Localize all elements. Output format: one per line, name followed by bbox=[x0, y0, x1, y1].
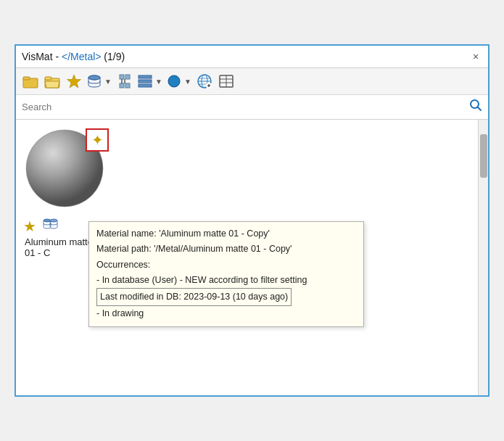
search-bar bbox=[16, 95, 488, 120]
tooltip-material-name-line: Material name: 'Aluminum matte 01 - Copy… bbox=[96, 226, 356, 242]
navigate-icon bbox=[117, 73, 133, 89]
svg-point-33 bbox=[44, 219, 51, 222]
render-main-button[interactable] bbox=[165, 71, 183, 91]
svg-point-34 bbox=[50, 219, 57, 222]
svg-rect-15 bbox=[139, 80, 152, 83]
svg-rect-14 bbox=[139, 75, 152, 78]
svg-rect-3 bbox=[45, 77, 51, 80]
svg-rect-11 bbox=[125, 83, 130, 88]
render-dropdown-arrow[interactable]: ▼ bbox=[183, 71, 193, 91]
window-title: VisMat - </Metal> (1/9) bbox=[22, 51, 125, 62]
material-db-icon bbox=[42, 217, 58, 235]
tooltip-last-modified-value: 2023-09-13 (10 days ago) bbox=[183, 292, 288, 302]
tooltip-material-path-value: '/Metal/Aluminum matte 01 - Copy' bbox=[154, 244, 292, 254]
tooltip-occurrences-label: Occurrences: bbox=[96, 257, 356, 273]
render-dropdown: ▼ bbox=[165, 71, 193, 91]
list-icon bbox=[138, 74, 152, 88]
svg-rect-16 bbox=[139, 84, 152, 87]
tooltip-last-modified-line: Last modified in DB: 2023-09-13 (10 days… bbox=[96, 288, 356, 306]
list-view-icon bbox=[218, 73, 234, 89]
favorite-star-icon: ★ bbox=[23, 218, 36, 235]
svg-line-31 bbox=[478, 107, 482, 111]
list-main-button[interactable] bbox=[136, 71, 154, 91]
folder-open-icon bbox=[44, 74, 60, 88]
favorites-button[interactable] bbox=[64, 71, 84, 91]
item-icons: ★ bbox=[23, 217, 58, 235]
folder-icon bbox=[22, 74, 38, 88]
title-bar: VisMat - </Metal> (1/9) × bbox=[16, 46, 488, 68]
tooltip-last-modified-box: Last modified in DB: 2023-09-13 (10 days… bbox=[96, 288, 292, 306]
svg-rect-10 bbox=[120, 83, 124, 88]
svg-rect-8 bbox=[120, 75, 124, 79]
star-icon bbox=[66, 73, 82, 89]
tooltip-db-occurrence: - In database (User) - NEW according to … bbox=[96, 273, 356, 288]
render-icon bbox=[167, 74, 181, 88]
star-badge-icon: ✦ bbox=[91, 133, 104, 147]
svg-point-17 bbox=[168, 75, 180, 87]
material-sublabel: 01 - C bbox=[25, 247, 50, 258]
database-main-button[interactable] bbox=[86, 71, 103, 91]
toolbar: ▼ ▼ bbox=[16, 68, 488, 95]
title-path: </Metal> bbox=[62, 51, 101, 62]
svg-rect-9 bbox=[125, 75, 130, 79]
svg-point-7 bbox=[88, 75, 100, 80]
list-dropdown-arrow[interactable]: ▼ bbox=[154, 71, 164, 91]
open-folder-alt-button[interactable] bbox=[42, 71, 62, 91]
content-area: ✦ ★ Aluminum matte 01 - C bbox=[16, 120, 488, 395]
globe-button[interactable] bbox=[194, 71, 215, 91]
main-window: VisMat - </Metal> (1/9) × bbox=[15, 44, 489, 397]
search-input[interactable] bbox=[22, 102, 469, 112]
list-view-button[interactable] bbox=[216, 71, 236, 91]
star-badge: ✦ bbox=[86, 128, 109, 152]
thumbnail-container: ✦ bbox=[23, 127, 110, 214]
tooltip: Material name: 'Aluminum matte 01 - Copy… bbox=[88, 221, 364, 327]
svg-rect-1 bbox=[23, 77, 30, 80]
search-icon[interactable] bbox=[469, 99, 482, 115]
title-prefix: VisMat - bbox=[22, 51, 62, 62]
list-dropdown: ▼ bbox=[136, 71, 164, 91]
database-icon bbox=[87, 74, 102, 88]
scrollbar[interactable] bbox=[478, 120, 488, 395]
globe-icon bbox=[197, 73, 212, 89]
database-dropdown-arrow[interactable]: ▼ bbox=[103, 71, 113, 91]
material-name: Aluminum matte bbox=[25, 236, 93, 247]
svg-marker-5 bbox=[67, 75, 81, 88]
tooltip-material-path-label: Material path: bbox=[96, 244, 152, 254]
tooltip-material-name-value: 'Aluminum matte 01 - Copy' bbox=[159, 228, 270, 239]
close-button[interactable]: × bbox=[469, 50, 482, 63]
scrollbar-thumb[interactable] bbox=[480, 134, 487, 178]
database-dropdown: ▼ bbox=[86, 71, 113, 91]
open-folder-button[interactable] bbox=[20, 71, 41, 91]
tooltip-material-path-line: Material path: '/Metal/Aluminum matte 01… bbox=[96, 242, 356, 257]
navigate-button[interactable] bbox=[115, 71, 135, 91]
tooltip-last-modified-label: Last modified in DB: bbox=[100, 292, 181, 302]
svg-marker-4 bbox=[45, 81, 59, 88]
tooltip-material-name-label: Material name: bbox=[96, 228, 157, 239]
title-count: (1/9) bbox=[104, 51, 125, 62]
tooltip-drawing-occurrence: - In drawing bbox=[96, 306, 356, 321]
